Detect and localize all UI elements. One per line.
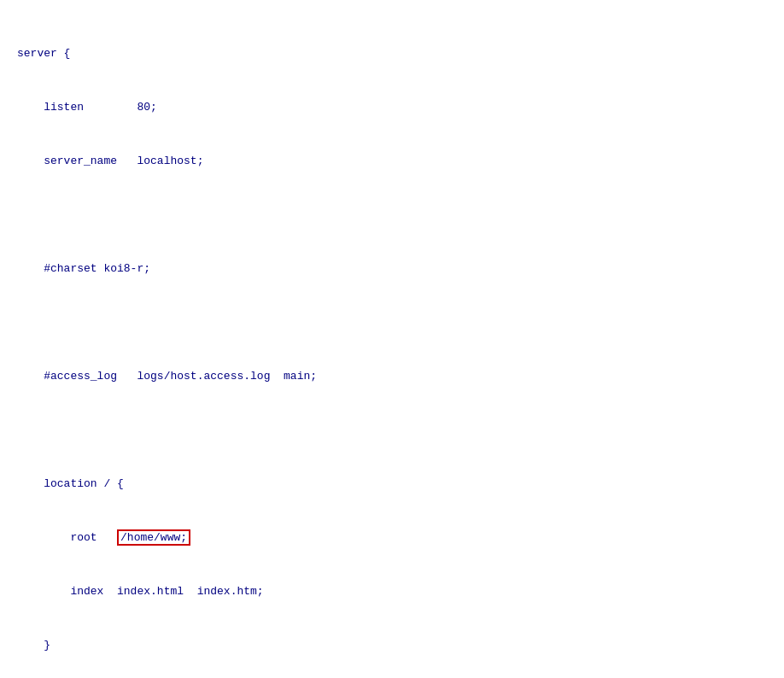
line-access-log: #access_log logs/host.access.log main;: [17, 367, 767, 385]
code-container: server { listen 80; server_name localhos…: [17, 9, 767, 678]
line-root-1: root /home/www;: [17, 529, 767, 546]
line-charset: #charset koi8-r;: [17, 260, 767, 278]
line-server-name: server_name localhost;: [17, 152, 767, 170]
line-blank-1: [17, 206, 767, 224]
line-blank-3: [17, 421, 767, 439]
line-index-1: index index.html index.htm;: [17, 582, 767, 600]
line-server-open: server {: [17, 44, 767, 62]
line-listen: listen 80;: [17, 98, 767, 116]
highlight-root-1: /home/www;: [117, 529, 190, 546]
line-location-root: location / {: [17, 475, 767, 493]
line-blank-2: [17, 313, 767, 331]
line-brace-close-1: }: [17, 636, 767, 654]
